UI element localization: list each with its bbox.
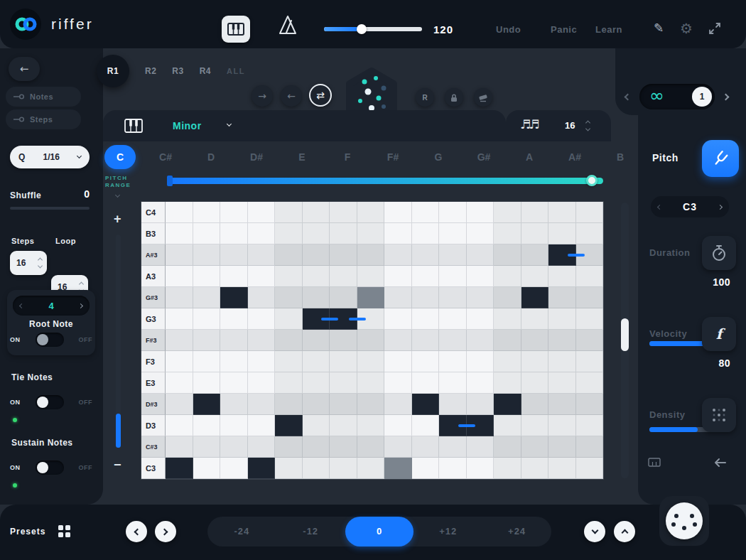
root-note-stepper[interactable]: 4 <box>13 296 90 316</box>
grid-cell-as3-1[interactable] <box>166 244 193 266</box>
grid-cell-b3-3[interactable] <box>220 223 248 244</box>
loop-pill[interactable]: ∞ 1 <box>639 84 715 109</box>
grid-cell-ds3-5[interactable] <box>275 394 303 415</box>
transpose--12[interactable]: -12 <box>276 517 345 546</box>
stepper-arrows-icon[interactable] <box>38 259 42 268</box>
grid-cell-d3-5[interactable] <box>275 415 303 436</box>
grid-cell-c3-15[interactable] <box>548 458 576 479</box>
grid-cell-gs3-16[interactable] <box>576 287 604 308</box>
grid-cell-f3-13[interactable] <box>494 351 521 372</box>
grid-cell-ds3-15[interactable] <box>548 394 576 415</box>
root-note-toggle[interactable] <box>36 333 64 347</box>
grid-cell-c4-12[interactable] <box>467 202 494 223</box>
grid-cell-f3-16[interactable] <box>576 351 604 372</box>
grid-cell-a3-11[interactable] <box>439 266 467 287</box>
grid-cell-c3-1[interactable] <box>166 458 193 479</box>
settings-gear-icon[interactable]: ⚙ <box>680 20 693 37</box>
grid-cell-cs3-8[interactable] <box>357 436 385 458</box>
grid-cell-a3-5[interactable] <box>275 266 303 287</box>
grid-cell-gs3-12[interactable] <box>467 287 494 308</box>
grid-cell-cs3-9[interactable] <box>384 436 412 458</box>
grid-cell-c4-6[interactable] <box>303 202 330 223</box>
grid-cell-a3-10[interactable] <box>412 266 440 287</box>
pitch-mode-button[interactable] <box>702 140 739 177</box>
grid-vertical-scrollbar[interactable] <box>621 203 629 478</box>
grid-cell-gs3-10[interactable] <box>412 287 440 308</box>
transpose-+24[interactable]: +24 <box>482 517 551 546</box>
grid-cell-as3-5[interactable] <box>275 244 303 266</box>
grid-cell-e3-4[interactable] <box>248 372 276 394</box>
grid-cell-f3-2[interactable] <box>193 351 221 372</box>
grid-cell-as3-2[interactable] <box>193 244 221 266</box>
steps-stepper[interactable]: 16 <box>10 251 47 275</box>
pitch-range-max-handle[interactable] <box>586 175 598 186</box>
grid-cell-c4-5[interactable] <box>275 202 303 223</box>
note-name-g[interactable]: G <box>423 145 454 169</box>
preset-prev-button[interactable] <box>126 521 147 542</box>
grid-cell-c4-15[interactable] <box>548 202 576 223</box>
note-name-f-sharp[interactable]: F# <box>377 145 409 169</box>
grid-cell-fs3-2[interactable] <box>193 330 221 351</box>
grid-cell-c4-16[interactable] <box>576 202 604 223</box>
pitch-note-stepper[interactable]: C3 <box>651 196 729 217</box>
note-name-a-sharp[interactable]: A# <box>559 145 590 169</box>
grid-cell-a3-7[interactable] <box>330 266 357 287</box>
grid-cell-c4-9[interactable] <box>384 202 412 223</box>
grid-cell-g3-9[interactable] <box>384 308 412 330</box>
grid-cell-as3-14[interactable] <box>521 244 549 266</box>
grid-cell-d3-2[interactable] <box>193 415 221 436</box>
midi-ball-button[interactable] <box>666 502 703 539</box>
grid-cell-a3-4[interactable] <box>248 266 276 287</box>
grid-cell-ds3-14[interactable] <box>521 394 549 415</box>
tie-notes-toggle[interactable] <box>36 395 64 409</box>
grid-cell-cs3-16[interactable] <box>576 436 604 458</box>
grid-cell-as3-4[interactable] <box>248 244 276 266</box>
grid-cell-b3-6[interactable] <box>303 223 330 244</box>
grid-cell-as3-10[interactable] <box>412 244 440 266</box>
eraser-button[interactable] <box>474 88 492 107</box>
grid-cell-g3-11[interactable] <box>439 308 467 330</box>
grid-cell-f3-15[interactable] <box>548 351 576 372</box>
grid-cell-g3-1[interactable] <box>166 308 193 330</box>
grid-cell-b3-9[interactable] <box>384 223 412 244</box>
vertical-zoom-thumb[interactable] <box>116 414 121 448</box>
grid-cell-cs3-7[interactable] <box>330 436 357 458</box>
grid-cell-c3-4[interactable] <box>248 458 276 479</box>
grid-cell-b3-4[interactable] <box>248 223 276 244</box>
sustain-notes-toggle[interactable] <box>36 461 64 475</box>
grid-cell-c4-2[interactable] <box>193 202 221 223</box>
grid-cell-ds3-4[interactable] <box>248 394 276 415</box>
chevron-right-icon[interactable] <box>78 303 83 308</box>
grid-cell-d3-16[interactable] <box>576 415 604 436</box>
note-name-e[interactable]: E <box>286 145 318 169</box>
grid-cell-gs3-1[interactable] <box>166 287 193 308</box>
grid-cell-a3-6[interactable] <box>303 266 330 287</box>
grid-cell-as3-13[interactable] <box>494 244 521 266</box>
grid-cell-a3-3[interactable] <box>220 266 248 287</box>
grid-cell-as3-8[interactable] <box>357 244 385 266</box>
grid-cell-gs3-2[interactable] <box>193 287 221 308</box>
grid-cell-g3-10[interactable] <box>412 308 440 330</box>
grid-cell-f3-8[interactable] <box>357 351 385 372</box>
transpose--24[interactable]: -24 <box>207 517 276 546</box>
grid-cell-d3-13[interactable] <box>494 415 521 436</box>
grid-cell-e3-16[interactable] <box>576 372 604 394</box>
grid-cell-g3-5[interactable] <box>275 308 303 330</box>
grid-cell-c3-14[interactable] <box>521 458 549 479</box>
grid-cell-f3-4[interactable] <box>248 351 276 372</box>
grid-cell-cs3-15[interactable] <box>548 436 576 458</box>
loop-count-badge[interactable]: 1 <box>692 87 712 107</box>
grid-cell-cs3-11[interactable] <box>439 436 467 458</box>
grid-cell-gs3-8[interactable] <box>357 287 385 308</box>
grid-cell-c3-7[interactable] <box>330 458 357 479</box>
grid-cell-c4-11[interactable] <box>439 202 467 223</box>
chevron-down-icon[interactable] <box>227 122 232 126</box>
shift-right-button[interactable]: → <box>252 85 273 107</box>
grid-cell-cs3-13[interactable] <box>494 436 521 458</box>
pitch-range-min-handle[interactable] <box>167 176 173 186</box>
grid-cell-cs3-2[interactable] <box>193 436 221 458</box>
grid-cell-c3-6[interactable] <box>303 458 330 479</box>
quantize-dropdown[interactable]: Q 1/16 <box>10 146 90 168</box>
grid-cell-b3-13[interactable] <box>494 223 521 244</box>
grid-cell-gs3-15[interactable] <box>548 287 576 308</box>
